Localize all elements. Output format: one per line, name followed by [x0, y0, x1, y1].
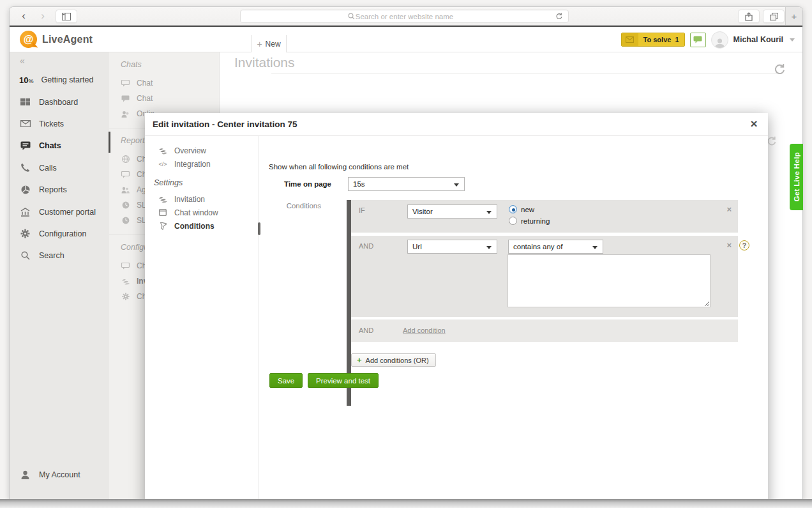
close-icon[interactable]: × [746, 116, 762, 132]
forward-button[interactable]: › [36, 9, 49, 23]
search-icon [19, 251, 31, 260]
sidebar-item-tickets[interactable]: Tickets [10, 113, 109, 135]
sidebar-item-getting-started[interactable]: 10% Getting started [10, 69, 109, 91]
remove-condition-icon[interactable]: × [726, 204, 732, 214]
visitors-icon [121, 111, 130, 118]
sidebar-item-label: Chats [39, 141, 61, 150]
url-values-textarea[interactable] [508, 254, 710, 307]
reports-pie-icon [19, 185, 31, 194]
save-button[interactable]: Save [269, 373, 303, 388]
sidebar-toggle-button[interactable] [56, 10, 77, 23]
globe-icon [121, 155, 130, 163]
address-input[interactable] [241, 13, 568, 20]
dashboard-icon [19, 98, 31, 106]
modal-nav-overview[interactable]: Overview [145, 144, 259, 157]
progress-percent-badge: 10% [19, 75, 33, 85]
gear-icon [121, 293, 130, 300]
modal-nav-conditions[interactable]: Conditions [145, 219, 259, 233]
edit-invitation-modal: Edit invitation - Center invitation 75 ×… [145, 113, 768, 499]
divider [271, 73, 777, 73]
sidebar-item-search[interactable]: Search [10, 245, 109, 266]
radio-option-new[interactable]: new [509, 205, 534, 213]
radio-selected-icon[interactable] [509, 205, 517, 213]
tabs-button[interactable] [763, 10, 785, 23]
user-avatar[interactable] [711, 31, 728, 49]
brand: @ LiveAgent [20, 31, 93, 48]
tickets-envelope-icon [19, 120, 31, 127]
add-condition-link[interactable]: Add condition [403, 327, 446, 334]
sidebar-item-my-account[interactable]: My Account [10, 464, 109, 486]
get-live-help-tab[interactable]: Get Live Help [790, 144, 803, 210]
conditions-intro: Show when all following conditions are m… [269, 163, 409, 171]
chevron-down-icon [454, 183, 459, 187]
browser-toolbar: ‹ › + [10, 7, 802, 26]
sidebar-item-calls[interactable]: Calls [10, 157, 109, 179]
sidebar-item-reports[interactable]: Reports [10, 179, 109, 201]
share-button[interactable] [738, 10, 760, 23]
remove-condition-icon[interactable]: × [726, 240, 732, 250]
chevron-down-icon [592, 246, 598, 249]
modal-nav-invitation[interactable]: Invitation [145, 192, 259, 206]
subsidebar-item[interactable]: Chat [109, 75, 219, 91]
clock-icon [121, 217, 130, 224]
subsidebar-group-title: Chats [109, 59, 219, 75]
chevron-down-icon[interactable] [790, 38, 795, 42]
window-bottom-shadow [0, 499, 812, 508]
person-icon [714, 37, 726, 48]
to-solve-badge[interactable]: To solve1 [621, 33, 685, 47]
chat-filled-icon [121, 95, 130, 102]
and-label: AND [359, 327, 373, 334]
share-icon [745, 12, 753, 21]
window-icon [158, 209, 168, 216]
modal-nav-integration[interactable]: </> Integration [145, 157, 259, 171]
sidebar-item-label: My Account [39, 470, 80, 479]
sidebar-item-configuration[interactable]: Configuration [10, 223, 109, 245]
condition-row-if: IF Visitor new returnin [351, 200, 738, 233]
preview-and-test-button[interactable]: Preview and test [308, 373, 379, 388]
condition-type-select[interactable]: Url [407, 240, 497, 254]
refresh-icon[interactable] [767, 136, 777, 146]
plus-icon: + [257, 39, 262, 49]
to-solve-count: 1 [675, 36, 679, 43]
person-icon [19, 470, 31, 479]
condition-row-and: AND Url contains any of × [351, 236, 738, 317]
modal-content: Show when all following conditions are m… [259, 136, 768, 499]
funnel-icon [158, 222, 168, 230]
subsidebar-item[interactable]: Chat [109, 91, 219, 106]
condition-type-select[interactable]: Visitor [407, 204, 497, 219]
new-ticket-tab[interactable]: + New [251, 35, 287, 52]
new-tab-button[interactable]: + [785, 7, 802, 25]
sidebar-item-customer-portal[interactable]: Customer portal [10, 201, 109, 222]
sidebar-collapse-button[interactable]: « [10, 52, 109, 69]
configuration-gear-icon [19, 229, 31, 238]
screen: ‹ › + [0, 0, 812, 508]
header-chat-button[interactable] [690, 33, 706, 47]
time-on-page-select[interactable]: 15s [348, 177, 465, 191]
add-conditions-or-button[interactable]: + Add conditions (OR) [351, 353, 436, 367]
sidebar-item-label: Getting started [41, 75, 93, 84]
condition-row-add: AND Add condition [351, 319, 738, 342]
get-live-help-label: Get Live Help [793, 152, 801, 201]
radio-unselected-icon[interactable] [509, 217, 517, 225]
address-bar[interactable] [240, 10, 569, 23]
sidebar-item-dashboard[interactable]: Dashboard [10, 91, 109, 112]
clock-icon [121, 201, 130, 209]
modal-header: Edit invitation - Center invitation 75 × [145, 113, 768, 136]
user-name[interactable]: Michal Kouril [733, 35, 783, 44]
browser-window: ‹ › + [9, 6, 803, 499]
sidebar-item-label: Reports [39, 185, 67, 194]
condition-operator-select[interactable]: contains any of [508, 240, 603, 254]
sidebar-item-label: Calls [39, 164, 57, 173]
reload-icon[interactable] [555, 12, 563, 20]
chat-bubble-icon [693, 36, 702, 43]
agents-icon [121, 187, 130, 194]
sidebar-item-label: Search [39, 251, 64, 260]
sidebar-item-chats[interactable]: Chats [10, 135, 109, 157]
back-button[interactable]: ‹ [17, 9, 30, 23]
and-label: AND [359, 242, 373, 250]
modal-nav-chat-window[interactable]: Chat window [145, 206, 259, 219]
help-icon[interactable]: ? [739, 240, 749, 250]
radio-option-returning[interactable]: returning [509, 217, 550, 225]
chevron-down-icon [486, 246, 492, 249]
refresh-icon[interactable] [774, 63, 786, 75]
